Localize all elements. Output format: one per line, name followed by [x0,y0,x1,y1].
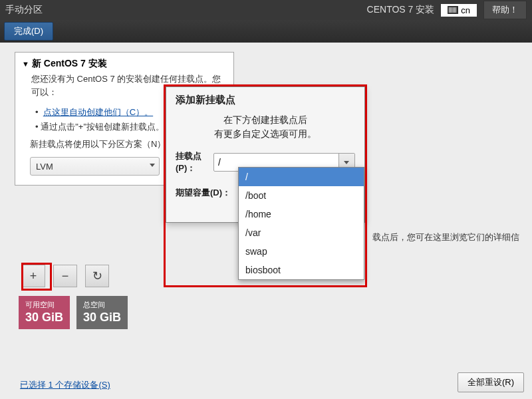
keyboard-icon [448,6,458,14]
reset-all-button[interactable]: 全部重设(R) [458,372,524,392]
mountpoint-dropdown-list: / /boot /home /var swap biosboot [238,167,364,280]
available-space-chip: 可用空间 30 GiB [19,296,70,329]
dialog-title: 添加新挂载点 [176,94,355,106]
done-button[interactable]: 完成(D) [4,22,53,41]
manual-create-hint: 通过点击"+"按钮创建新挂载点。 [41,122,164,132]
dropdown-item-home[interactable]: /home [239,205,364,223]
page-title: 手动分区 [5,4,43,16]
dropdown-item-biosboot[interactable]: biosboot [239,261,364,279]
storage-devices-link[interactable]: 已选择 1 个存储设备(S) [20,380,110,390]
chevron-down-icon [150,164,155,167]
right-panel-hint: 载点后，您可在这里浏览它们的详细信 [372,231,519,243]
add-mountpoint-button[interactable]: + [21,265,45,287]
dropdown-item-root[interactable]: / [239,168,364,186]
dropdown-item-var[interactable]: /var [239,223,364,242]
expand-toggle-icon[interactable]: ▼ [22,60,29,68]
partition-scheme-select[interactable]: LVM [30,157,160,176]
dropdown-item-swap[interactable]: swap [239,242,364,261]
dropdown-item-boot[interactable]: /boot [239,186,364,205]
remove-mountpoint-button[interactable]: − [53,265,77,287]
app-title: CENTOS 7 安装 [367,4,435,16]
reload-button[interactable]: ↻ [85,265,109,287]
keyboard-layout-indicator[interactable]: cn [441,4,477,17]
mountpoint-label: 挂载点(P)： [176,150,213,174]
install-title: 新 CentOS 7 安装 [32,58,107,70]
total-space-chip: 总空间 30 GiB [76,296,128,329]
auto-create-link[interactable]: 点这里自动创建他们（C）。 [43,107,153,117]
help-button[interactable]: 帮助！ [483,1,527,19]
size-label: 期望容量(D)： [176,187,238,199]
